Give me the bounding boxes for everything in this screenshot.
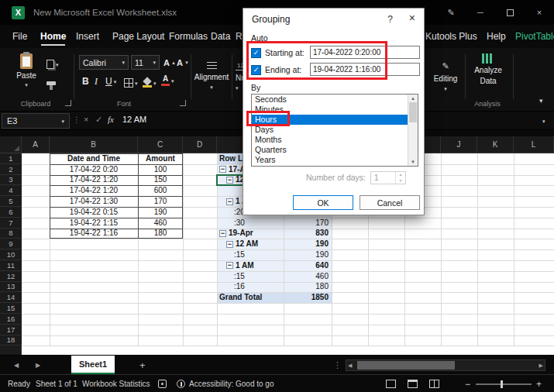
cell-C4[interactable]: 600 xyxy=(138,185,183,196)
row-header-14[interactable]: 14 xyxy=(0,292,22,303)
cell-C8[interactable]: 180 xyxy=(138,229,183,239)
listbox-scrollbar-thumb[interactable] xyxy=(409,102,417,122)
tab-page-layout[interactable]: Page Layout xyxy=(112,25,164,48)
pivot-row-label-11[interactable]: −1 AM xyxy=(217,260,284,271)
page-break-view-button[interactable] xyxy=(429,380,439,388)
ok-button[interactable]: OK xyxy=(293,195,353,210)
by-option-years[interactable]: Years xyxy=(252,155,408,165)
copy-button[interactable]: ▾ xyxy=(46,57,59,71)
tab-formulas[interactable]: Formulas xyxy=(169,25,208,48)
draw-pen-icon[interactable]: ✎ xyxy=(436,0,466,25)
by-option-hours[interactable]: Hours xyxy=(252,115,408,125)
tab-pivottable-analyze[interactable]: PivotTable Analyze xyxy=(515,25,554,48)
by-option-days[interactable]: Days xyxy=(252,125,408,135)
collapse-button[interactable]: − xyxy=(219,166,226,173)
next-sheet-icon[interactable]: ▶ xyxy=(36,356,40,375)
pivot-value-8[interactable]: 830 xyxy=(284,229,332,239)
dialog-close-button[interactable]: × xyxy=(409,12,415,24)
pivot-value-13[interactable]: 180 xyxy=(284,282,332,293)
row-header-7[interactable]: 7 xyxy=(0,218,22,229)
prev-sheet-icon[interactable]: ◀ xyxy=(14,356,19,375)
horizontal-scrollbar[interactable]: ◀ ▶ xyxy=(346,359,545,371)
column-header-L[interactable]: L xyxy=(514,136,554,153)
decrease-font-size-button[interactable]: A ▼ xyxy=(177,56,189,70)
cell-B7[interactable]: 19-04-22 1:15 xyxy=(50,218,138,229)
scrollbar-thumb[interactable] xyxy=(357,361,455,370)
pivot-row-label-10[interactable]: :15 xyxy=(217,249,284,260)
sheet-tab-sheet1[interactable]: Sheet1 xyxy=(71,356,115,375)
row-header-3[interactable]: 3 xyxy=(0,175,22,186)
underline-button[interactable]: U ▾ xyxy=(105,74,116,88)
paste-button[interactable]: Paste ▾ xyxy=(11,53,42,88)
collapse-button[interactable]: − xyxy=(226,241,233,248)
drag-handle-icon[interactable]: ⋮ xyxy=(73,115,81,124)
italic-button[interactable]: I xyxy=(95,74,98,88)
starting-at-input[interactable]: 17-04-2022 0:20:00 xyxy=(310,46,420,59)
collapse-button[interactable]: − xyxy=(226,198,233,205)
by-listbox[interactable]: Seconds Minutes Hours Days Months Quarte… xyxy=(251,94,418,167)
zoom-slider-thumb[interactable] xyxy=(501,380,503,388)
starting-at-checkbox[interactable]: ✓ xyxy=(251,48,261,58)
tab-data[interactable]: Data xyxy=(211,25,230,48)
column-header-C[interactable]: C xyxy=(138,136,183,153)
row-header-12[interactable]: 12 xyxy=(0,271,22,282)
tab-insert[interactable]: Insert xyxy=(76,25,99,48)
scroll-up-icon[interactable]: ▲ xyxy=(408,96,418,101)
font-name-combo[interactable]: Calibri ▾ xyxy=(79,55,129,70)
cancel-button[interactable]: Cancel xyxy=(360,195,420,210)
pivot-row-label-8[interactable]: −19-Apr xyxy=(217,229,284,239)
collapse-button[interactable]: − xyxy=(219,230,226,237)
cell-C1[interactable]: Amount xyxy=(138,153,183,164)
collapse-button[interactable]: − xyxy=(226,262,233,269)
row-header-2[interactable]: 2 xyxy=(0,164,22,175)
row-header-13[interactable]: 13 xyxy=(0,282,22,293)
borders-button[interactable]: ▾ xyxy=(124,76,138,90)
maximize-button[interactable] xyxy=(495,0,525,25)
minimize-button[interactable]: ─ xyxy=(466,0,495,25)
cell-B1[interactable]: Date and Time xyxy=(50,153,138,164)
pivot-row-label-12[interactable]: :15 xyxy=(217,271,284,282)
row-header-5[interactable]: 5 xyxy=(0,196,22,207)
pivot-row-label-14[interactable]: Grand Total xyxy=(217,292,284,303)
column-header-J[interactable]: J xyxy=(441,136,477,153)
workbook-statistics-button[interactable]: Workbook Statistics xyxy=(82,375,150,392)
zoom-slider[interactable] xyxy=(476,383,532,385)
row-header-6[interactable]: 6 xyxy=(0,207,22,218)
fill-color-button[interactable]: ▾ xyxy=(143,76,157,90)
ending-at-checkbox[interactable]: ✓ xyxy=(251,65,261,75)
format-painter-button[interactable] xyxy=(46,76,56,90)
column-header-K[interactable]: K xyxy=(477,136,514,153)
macro-record-icon[interactable] xyxy=(158,380,167,388)
column-header-A[interactable]: A xyxy=(22,136,50,153)
column-header-D[interactable]: D xyxy=(183,136,217,153)
confirm-entry-icon[interactable]: ✓ xyxy=(95,115,102,125)
cell-C7[interactable]: 460 xyxy=(138,218,183,229)
row-header-4[interactable]: 4 xyxy=(0,185,22,196)
row-header-11[interactable]: 11 xyxy=(0,260,22,271)
analyze-data-button[interactable]: Analyze Data xyxy=(468,53,508,85)
collapse-ribbon-button[interactable]: ▾ xyxy=(539,98,543,105)
increase-font-size-button[interactable]: A ▲ xyxy=(163,56,176,70)
font-dialog-launcher-icon[interactable] xyxy=(180,100,186,106)
row-header-15[interactable]: 15 xyxy=(0,303,22,314)
scroll-left-icon[interactable]: ◀ xyxy=(348,360,352,370)
pivot-value-14[interactable]: 1850 xyxy=(284,292,332,303)
dialog-help-button[interactable]: ? xyxy=(387,14,393,25)
cell-B5[interactable]: 17-04-22 1:30 xyxy=(50,196,138,207)
page-layout-view-button[interactable] xyxy=(408,380,418,388)
accessibility-status[interactable]: Accessibility: Good to go xyxy=(189,375,274,392)
cell-B6[interactable]: 19-04-22 0:15 xyxy=(50,207,138,218)
formula-content[interactable]: 12 AM xyxy=(122,115,146,124)
name-box[interactable]: E3 ▾ xyxy=(2,113,70,129)
row-header-16[interactable]: 16 xyxy=(0,314,22,325)
pivot-row-label-7[interactable]: :30 xyxy=(217,218,284,229)
listbox-scrollbar[interactable]: ▲ ▼ xyxy=(408,95,418,166)
cell-C6[interactable]: 190 xyxy=(138,207,183,218)
cell-C5[interactable]: 170 xyxy=(138,196,183,207)
by-option-seconds[interactable]: Seconds xyxy=(252,95,408,105)
scroll-right-icon[interactable]: ▶ xyxy=(539,360,543,370)
clipboard-dialog-launcher-icon[interactable] xyxy=(65,100,71,106)
zoom-out-button[interactable]: − xyxy=(465,375,470,392)
normal-view-button[interactable] xyxy=(386,380,396,388)
row-header-10[interactable]: 10 xyxy=(0,249,22,260)
